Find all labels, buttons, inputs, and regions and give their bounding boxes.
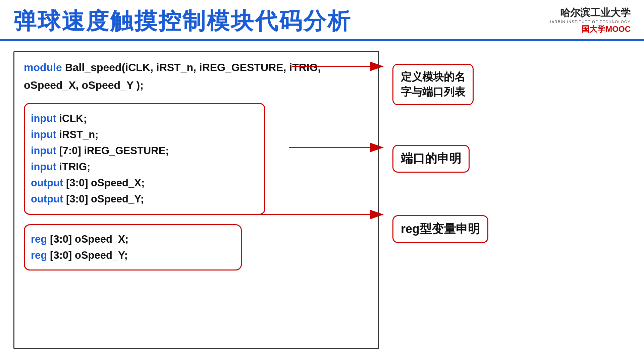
port-line-1: input iCLK; bbox=[31, 111, 255, 127]
reg-ospeedy: [3:0] oSpeed_Y; bbox=[50, 249, 128, 261]
module-ports: oSpeed_X, oSpeed_Y ); bbox=[24, 79, 144, 91]
annotations-panel: 定义模块的名字与端口列表 端口的申明 reg型变量申明 bbox=[379, 51, 631, 349]
port-line-4: input iTRIG; bbox=[31, 159, 255, 175]
module-declaration-line2: oSpeed_X, oSpeed_Y ); bbox=[24, 78, 369, 93]
code-outer-box: module Ball_speed(iCLK, iRST_n, iREG_GES… bbox=[13, 51, 379, 349]
port-ireg: [7:0] iREG_GESTURE; bbox=[59, 145, 169, 157]
reg-line-1: reg [3:0] oSpeed_X; bbox=[31, 231, 231, 247]
annotation-port-text: 端口的申明 bbox=[401, 152, 461, 165]
header: 弹球速度触摸控制模块代码分析 哈尔滨工业大学 HARBIN INSTITUTE … bbox=[0, 0, 644, 37]
port-ospeedy: [3:0] oSpeed_Y; bbox=[66, 193, 144, 205]
port-line-2: input iRST_n; bbox=[31, 127, 255, 143]
annotation-reg-text: reg型变量申明 bbox=[401, 222, 480, 236]
annotation-reg: reg型变量申明 bbox=[392, 215, 488, 243]
logo-area: 哈尔滨工业大学 HARBIN INSTITUTE OF TECHNOLOGY 国… bbox=[548, 6, 631, 35]
logo-cn: 哈尔滨工业大学 bbox=[560, 6, 631, 20]
logo-mooc: 国大学MOOC bbox=[581, 24, 631, 35]
port-line-5: output [3:0] oSpeed_X; bbox=[31, 175, 255, 191]
reg-declaration-box: reg [3:0] oSpeed_X; reg [3:0] oSpeed_Y; bbox=[24, 224, 242, 270]
module-body: Ball_speed(iCLK, iRST_n, iREG_GESTURE, i… bbox=[65, 61, 321, 73]
kw-input-3: input bbox=[31, 145, 56, 157]
kw-reg-1: reg bbox=[31, 233, 47, 245]
kw-input-2: input bbox=[31, 129, 56, 140]
page-title: 弹球速度触摸控制模块代码分析 bbox=[13, 6, 352, 37]
mooc-text: 国大学MOOC bbox=[581, 24, 631, 34]
annotation-port: 端口的申明 bbox=[392, 145, 470, 173]
reg-ospeedx: [3:0] oSpeed_X; bbox=[50, 233, 128, 245]
port-line-6: output [3:0] oSpeed_Y; bbox=[31, 191, 255, 207]
kw-input-4: input bbox=[31, 161, 56, 173]
annotation-module-text: 定义模块的名字与端口列表 bbox=[401, 71, 465, 98]
port-itrig: iTRIG; bbox=[59, 161, 90, 173]
kw-output-1: output bbox=[31, 177, 63, 189]
reg-line-2: reg [3:0] oSpeed_Y; bbox=[31, 247, 231, 263]
port-irst: iRST_n; bbox=[59, 129, 98, 140]
kw-reg-2: reg bbox=[31, 249, 47, 261]
module-keyword: module bbox=[24, 61, 62, 73]
annotation-module: 定义模块的名字与端口列表 bbox=[392, 64, 474, 105]
port-declaration-box: input iCLK; input iRST_n; input [7:0] iR… bbox=[24, 103, 265, 215]
port-iclk: iCLK; bbox=[59, 113, 87, 124]
main-content: module Ball_speed(iCLK, iRST_n, iREG_GES… bbox=[0, 41, 644, 359]
port-ospeedx: [3:0] oSpeed_X; bbox=[66, 177, 145, 189]
kw-output-2: output bbox=[31, 193, 63, 205]
logo-en: HARBIN INSTITUTE OF TECHNOLOGY bbox=[548, 20, 631, 24]
port-line-3: input [7:0] iREG_GESTURE; bbox=[31, 143, 255, 159]
module-declaration: module Ball_speed(iCLK, iRST_n, iREG_GES… bbox=[24, 60, 369, 75]
kw-input-1: input bbox=[31, 113, 56, 124]
